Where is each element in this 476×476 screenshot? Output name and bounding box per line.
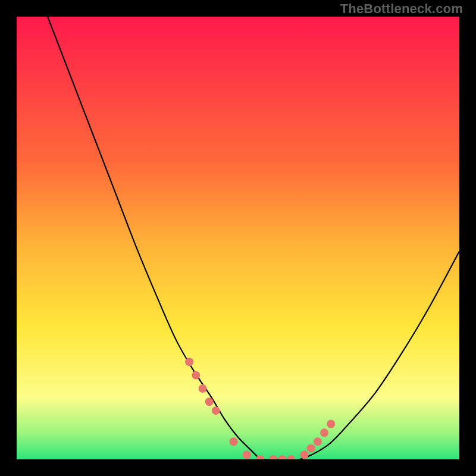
highlight-dot: [327, 419, 335, 428]
highlight-dot: [307, 444, 315, 452]
highlight-dot: [314, 437, 322, 446]
highlight-dot: [198, 384, 206, 393]
highlight-dot: [320, 428, 328, 437]
highlight-dot: [192, 371, 200, 380]
chart-svg: [17, 17, 459, 459]
highlight-dot: [212, 406, 220, 415]
highlight-dot: [243, 451, 251, 459]
highlight-dot: [205, 397, 214, 406]
gradient-backdrop: [17, 17, 459, 459]
watermark-text: TheBottleneck.com: [340, 1, 463, 17]
highlight-dot: [185, 358, 193, 366]
chart-plot: [17, 17, 459, 459]
frame: TheBottleneck.com: [0, 0, 476, 476]
highlight-dot: [300, 451, 309, 459]
highlight-dot: [230, 437, 238, 446]
